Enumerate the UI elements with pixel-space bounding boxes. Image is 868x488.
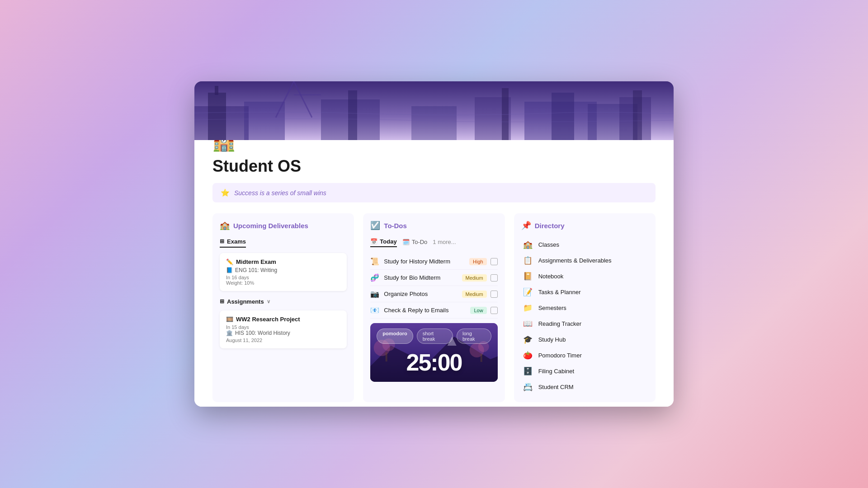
assignment-course: 🏛️ HIS 100: World History	[226, 330, 340, 336]
todo-text-2: Organize Photos	[384, 291, 458, 297]
quote-banner: ⭐ Success is a series of small wins	[212, 183, 656, 202]
dir-item-7[interactable]: 🍅 Pomodoro Timer	[521, 347, 648, 363]
assignment-card[interactable]: 🎞️ WW2 Research Project In 15 days 🏛️ HI…	[220, 310, 347, 348]
todos-icon: ☑️	[370, 221, 380, 230]
todos-tabs-row: 📅 Today 🗓️ To-Do 1 more...	[370, 237, 497, 247]
dir-icon-2: 📔	[523, 272, 534, 281]
todo-icon-3: 📧	[370, 306, 380, 314]
tab-today[interactable]: 📅 Today	[370, 237, 396, 247]
columns-container: 🏫 Upcoming Deliverables ⊞ Exams ✏️ Midte…	[212, 213, 656, 402]
dir-item-6[interactable]: 🎓 Study Hub	[521, 332, 648, 347]
dir-icon-8: 🗄️	[523, 366, 534, 376]
assignments-tab-icon: ⊞	[220, 298, 224, 305]
dir-label-5: Reading Tracker	[538, 320, 581, 327]
assignments-tab-label: Assignments	[227, 298, 264, 305]
todos-title: To-Dos	[384, 222, 407, 230]
pom-tab-pomodoro[interactable]: pomodoro	[377, 328, 413, 344]
todo-icon-0: 📜	[370, 257, 380, 266]
tab-todo-icon: 🗓️	[402, 239, 410, 245]
todo-text-1: Study for Bio Midterm	[384, 274, 458, 281]
dir-item-8[interactable]: 🗄️ Filing Cabinet	[521, 363, 648, 379]
dir-item-4[interactable]: 📁 Semesters	[521, 300, 648, 316]
todo-text-0: Study for History Midterm	[384, 258, 466, 265]
dir-icon-6: 🎓	[523, 335, 534, 344]
assignment-course-icon: 🏛️	[226, 330, 233, 336]
dir-item-3[interactable]: 📝 Tasks & Planner	[521, 284, 648, 300]
exams-tab-icon: ⊞	[220, 238, 224, 244]
svg-rect-8	[502, 88, 509, 140]
svg-rect-10	[552, 93, 574, 140]
assignment-name: 🎞️ WW2 Research Project	[226, 316, 340, 323]
svg-rect-1	[208, 93, 226, 140]
todo-item-3: 📧 Check & Reply to Emails Low	[370, 302, 497, 319]
priority-badge-0: High	[469, 258, 487, 265]
directory-header: 📌 Directory	[521, 221, 648, 230]
dir-icon-4: 📁	[523, 303, 534, 313]
todo-checkbox-1[interactable]	[491, 274, 498, 282]
quote-icon: ⭐	[221, 188, 230, 197]
banner-skyline	[194, 81, 674, 140]
priority-badge-1: Medium	[462, 274, 487, 282]
deliverables-title: Upcoming Deliverables	[233, 222, 308, 230]
todo-checkbox-2[interactable]	[491, 291, 498, 298]
tab-today-label: Today	[380, 238, 396, 245]
dir-label-4: Semesters	[538, 305, 566, 311]
todo-checkbox-0[interactable]	[491, 258, 498, 265]
directory-title: Directory	[535, 222, 565, 230]
dir-label-2: Notebook	[538, 273, 564, 280]
todo-item-1: 🧬 Study for Bio Midterm Medium	[370, 270, 497, 286]
exam-card[interactable]: ✏️ Midterm Exam 📘 ENG 101: Writing In 16…	[220, 253, 347, 291]
dir-label-7: Pomodoro Timer	[538, 352, 582, 359]
exam-course: 📘 ENG 101: Writing	[226, 267, 340, 273]
todo-text-3: Check & Reply to Emails	[384, 307, 467, 314]
page-icon: 🏫	[212, 140, 656, 152]
todos-header: ☑️ To-Dos	[370, 221, 497, 230]
dir-icon-3: 📝	[523, 287, 534, 297]
page-title: Student OS	[212, 157, 656, 176]
dir-item-2[interactable]: 📔 Notebook	[521, 268, 648, 284]
svg-rect-3	[244, 102, 285, 140]
dir-item-0[interactable]: 🏫 Classes	[521, 237, 648, 253]
svg-rect-13	[633, 90, 642, 140]
assignments-tab[interactable]: ⊞ Assignments ∨	[220, 298, 347, 305]
timer-text: 25:00	[406, 349, 462, 376]
pom-tab-long-break[interactable]: long break	[457, 328, 491, 344]
dir-icon-7: 🍅	[523, 351, 534, 360]
tab-todo-label: To-Do	[412, 239, 428, 245]
dir-item-1[interactable]: 📋 Assignments & Deliverables	[521, 253, 648, 268]
pomodoro-timer-display: 25:00	[370, 347, 497, 382]
dir-icon-1: 📋	[523, 256, 534, 265]
directory-list: 🏫 Classes 📋 Assignments & Deliverables 📔…	[521, 237, 648, 395]
assignment-days: In 15 days	[226, 324, 340, 330]
dir-item-5[interactable]: 📖 Reading Tracker	[521, 316, 648, 332]
tab-today-icon: 📅	[370, 238, 377, 245]
tab-more-label: 1 more...	[433, 239, 456, 245]
todo-list: 📜 Study for History Midterm High 🧬 Study…	[370, 253, 497, 319]
todo-item-0: 📜 Study for History Midterm High	[370, 253, 497, 270]
exam-course-icon: 📘	[226, 267, 233, 273]
dir-label-8: Filing Cabinet	[538, 368, 575, 375]
todo-checkbox-3[interactable]	[491, 307, 498, 314]
exams-tab[interactable]: ⊞ Exams	[220, 238, 246, 248]
priority-badge-2: Medium	[462, 291, 487, 298]
pom-tab-short-break[interactable]: short break	[417, 328, 453, 344]
pomodoro-widget: pomodoro short break long break 25:00	[370, 323, 497, 382]
deliverables-icon: 🏫	[220, 221, 230, 230]
dir-icon-5: 📖	[523, 319, 534, 328]
content-area: 🏫 Student OS ⭐ Success is a series of sm…	[194, 140, 674, 407]
app-window: 🏫 Student OS ⭐ Success is a series of sm…	[194, 81, 674, 407]
exam-days: In 16 days	[226, 275, 340, 280]
pomodoro-tabs: pomodoro short break long break	[370, 323, 497, 347]
priority-badge-3: Low	[470, 307, 486, 314]
dir-label-1: Assignments & Deliverables	[538, 257, 612, 264]
dir-label-9: Student CRM	[538, 384, 574, 390]
dir-label-3: Tasks & Planner	[538, 289, 581, 296]
assignment-date: August 11, 2022	[226, 338, 340, 343]
dir-item-9[interactable]: 📇 Student CRM	[521, 379, 648, 395]
tab-more[interactable]: 1 more...	[433, 239, 456, 245]
exams-tab-label: Exams	[227, 238, 246, 245]
exam-icon: ✏️	[226, 258, 233, 265]
header-banner	[194, 81, 674, 140]
tab-todo[interactable]: 🗓️ To-Do	[402, 237, 428, 247]
dir-icon-9: 📇	[523, 382, 534, 392]
